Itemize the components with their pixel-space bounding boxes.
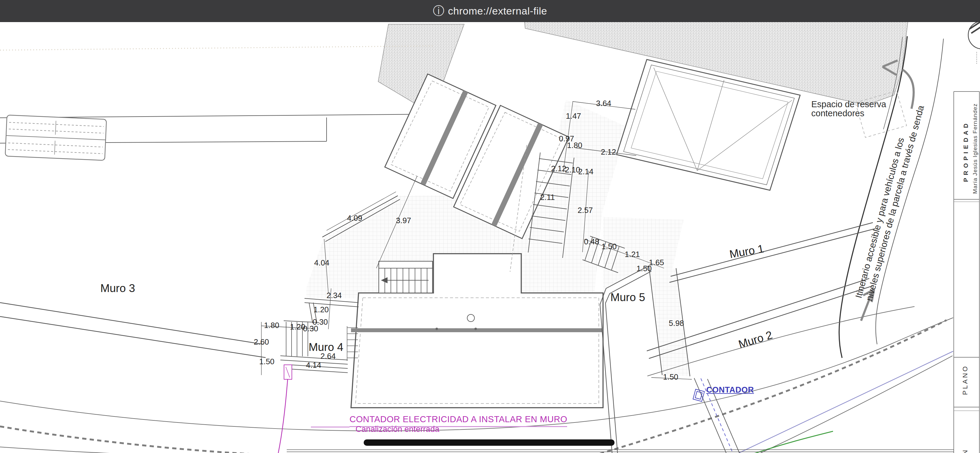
dimension-label: 1.47 [566,112,581,121]
canalizacion-label: Canalización enterrada [356,424,439,434]
dimension-label: 1.80 [567,141,582,150]
info-icon[interactable]: ⓘ [433,5,444,17]
dimension-label: 4.09 [347,214,363,223]
scale-bar [364,439,614,446]
site-plan-canvas: Espacio de reserva contenedores Itinerar… [0,0,980,453]
dimension-label: 4.04 [314,258,329,268]
titleblock-partial-letter: N [961,449,969,453]
propiedad-title: P R O P I E D A D [963,123,969,182]
dimension-label: 2.12 [551,164,566,173]
wall-label: Muro 5 [610,291,645,304]
dimension-label: 2.11 [540,193,555,202]
parking-deck [5,115,107,160]
dimension-label: 2.57 [578,206,593,215]
espacio-reserva-label: Espacio de reserva contenedores [811,100,886,118]
dimension-label: 2.12 [601,147,616,157]
dimension-label: 2.64 [321,351,336,361]
dimension-label: 0.30 [303,324,318,333]
mid-wall-band [351,328,603,332]
dimension-label: 1.50 [259,357,275,366]
browser-address-bar[interactable]: ⓘ chrome://external-file [0,0,980,22]
contador-label: CONTADOR [706,385,754,395]
wall-label: Muro 3 [100,282,135,295]
dimension-label: 1.80 [264,321,280,330]
dimension-label: 4.14 [306,360,321,370]
dimension-label: 5.98 [669,319,684,328]
dimension-label: 1.20 [313,305,329,314]
dimension-label: 1.50 [663,372,678,382]
dimension-label: 3.97 [396,216,411,225]
dimension-label: 1.50 [601,242,617,251]
dimension-label: 1.21 [625,250,640,259]
dimension-label: 0.48 [584,237,600,246]
interior-stair [379,261,433,293]
dimension-label: 1.50 [636,264,652,273]
plano-title: PLANO [961,365,969,395]
dimension-label: 2.34 [326,291,342,300]
dimension-label: 2.60 [254,337,269,347]
site-plan-drawing [0,0,980,453]
dimension-label: 2.14 [578,167,594,176]
owner-name: María Jesús Iglesias Fernández [972,103,978,194]
url-text: chrome://external-file [448,5,547,17]
dimension-label: 3.64 [596,99,611,108]
